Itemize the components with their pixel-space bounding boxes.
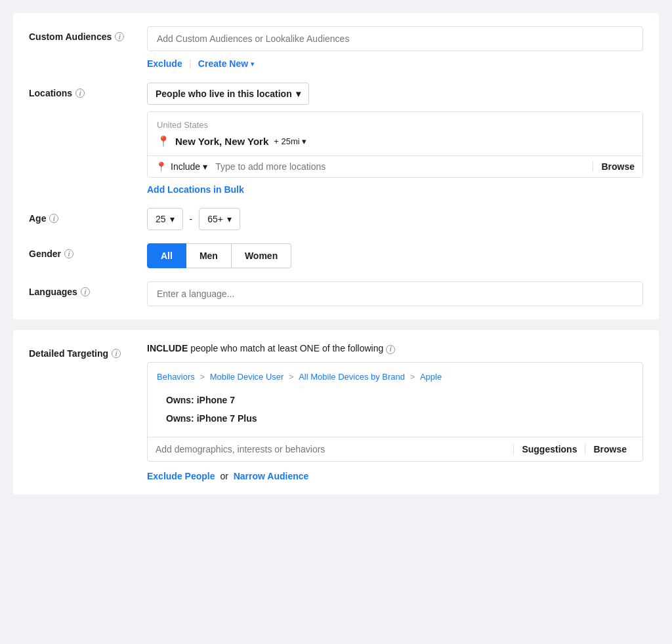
narrow-audience-button[interactable]: Narrow Audience [234,471,309,481]
breadcrumb-nav: Behaviors > Mobile Device User > All Mob… [157,372,633,382]
breadcrumb-sep-1: > [200,372,207,382]
min-age-select[interactable]: 25 ▾ [147,208,183,230]
location-box: United States 📍 New York, New York + 25m… [147,111,643,178]
breadcrumb-sep-2: > [289,372,296,382]
include-dropdown-icon: ▾ [203,161,207,172]
location-selected-area: United States 📍 New York, New York + 25m… [148,112,642,155]
age-info-icon[interactable]: i [49,214,58,223]
action-separator: | [189,58,192,70]
add-locations-bulk-button[interactable]: Add Locations in Bulk [147,184,244,195]
age-dash: - [190,214,193,224]
languages-content [147,281,643,306]
targeting-browse-button[interactable]: Browse [585,444,635,454]
include-desc-info-icon[interactable]: i [386,345,395,354]
locations-row: Locations i People who live in this loca… [29,83,643,195]
location-pin-icon: 📍 [157,135,170,148]
targeting-box: Behaviors > Mobile Device User > All Mob… [147,362,643,462]
targeting-breadcrumb: Behaviors > Mobile Device User > All Mob… [148,363,642,437]
targeting-search-input[interactable] [156,444,513,454]
gender-info-icon[interactable]: i [64,249,74,258]
exclude-button[interactable]: Exclude [147,58,182,69]
targeting-items: Owns: iPhone 7 Owns: iPhone 7 Plus [157,388,633,430]
bottom-links: Exclude People or Narrow Audience [147,471,643,481]
languages-row: Languages i [29,281,643,306]
breadcrumb-apple[interactable]: Apple [420,372,442,382]
gender-all-button[interactable]: All [147,243,186,268]
targeting-input-row: Suggestions Browse [148,437,642,461]
include-select[interactable]: Include ▾ [171,161,207,172]
location-type-dropdown-icon: ▾ [296,89,301,99]
breadcrumb-behaviors[interactable]: Behaviors [157,372,195,382]
gender-men-button[interactable]: Men [186,243,232,268]
radius-dropdown-icon: ▾ [302,136,306,146]
targeting-actions: Suggestions Browse [513,444,635,454]
custom-audiences-row: Custom Audiences i Exclude | Create New … [29,26,643,70]
location-browse-button[interactable]: Browse [593,161,635,172]
gender-row: Gender i All Men Women [29,243,643,268]
breadcrumb-all-mobile-devices[interactable]: All Mobile Devices by Brand [299,372,405,382]
location-type-select[interactable]: People who live in this location ▾ [147,83,309,105]
location-search-input[interactable] [215,161,587,172]
custom-audiences-content: Exclude | Create New ▾ [147,26,643,70]
max-age-select[interactable]: 65+ ▾ [199,208,240,230]
languages-label: Languages i [29,281,147,297]
age-label: Age i [29,208,147,224]
locations-content: People who live in this location ▾ Unite… [147,83,643,195]
locations-info-icon[interactable]: i [75,89,85,98]
suggestions-button[interactable]: Suggestions [513,444,585,454]
gender-label: Gender i [29,243,147,259]
create-new-button[interactable]: Create New ▾ [198,58,254,69]
detailed-targeting-content: INCLUDE people who match at least ONE of… [147,343,643,481]
age-selectors: 25 ▾ - 65+ ▾ [147,208,643,230]
detailed-targeting-row: Detailed Targeting i INCLUDE people who … [29,343,643,481]
languages-info-icon[interactable]: i [81,287,90,296]
breadcrumb-mobile-device-user[interactable]: Mobile Device User [210,372,284,382]
location-item: 📍 New York, New York + 25mi ▾ [157,135,633,148]
custom-audiences-label: Custom Audiences i [29,26,147,42]
targeting-item-1: Owns: iPhone 7 [166,391,633,409]
exclude-people-button[interactable]: Exclude People [147,471,215,481]
age-row: Age i 25 ▾ - 65+ ▾ [29,208,643,230]
gender-group: All Men Women [147,243,643,268]
location-input-pin-icon: 📍 [156,161,167,172]
min-age-dropdown-icon: ▾ [170,214,175,224]
location-input-row: 📍 Include ▾ Browse [148,155,642,177]
gender-content: All Men Women [147,243,643,268]
add-bulk-link-container: Add Locations in Bulk [147,184,643,195]
include-description: INCLUDE people who match at least ONE of… [147,343,643,354]
city-name: New York, New York [175,136,268,147]
detailed-targeting-info-icon[interactable]: i [112,349,121,358]
max-age-dropdown-icon: ▾ [227,214,232,224]
breadcrumb-sep-3: > [410,372,417,382]
languages-input[interactable] [147,281,643,306]
gender-women-button[interactable]: Women [232,243,291,268]
age-content: 25 ▾ - 65+ ▾ [147,208,643,230]
detailed-targeting-label: Detailed Targeting i [29,343,147,359]
create-new-dropdown-icon: ▾ [251,60,254,68]
detailed-targeting-section: Detailed Targeting i INCLUDE people who … [13,330,659,494]
include-keyword: INCLUDE [147,343,188,353]
custom-audiences-input[interactable] [147,26,643,51]
locations-label: Locations i [29,83,147,98]
targeting-item-2: Owns: iPhone 7 Plus [166,409,633,428]
or-text: or [220,471,228,481]
custom-audiences-actions: Exclude | Create New ▾ [147,58,643,70]
country-label: United States [157,120,633,130]
location-radius: + 25mi ▾ [274,136,306,146]
custom-audiences-info-icon[interactable]: i [115,32,124,41]
